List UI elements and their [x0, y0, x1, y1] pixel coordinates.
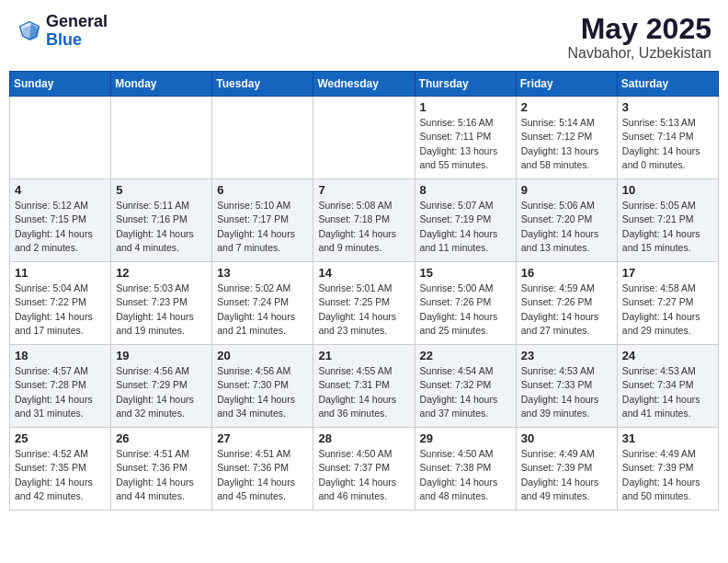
logo: General Blue [17, 13, 108, 50]
calendar-cell: 25Sunrise: 4:52 AM Sunset: 7:35 PM Dayli… [10, 428, 111, 511]
calendar-week-row: 18Sunrise: 4:57 AM Sunset: 7:28 PM Dayli… [10, 345, 719, 428]
calendar-cell: 6Sunrise: 5:10 AM Sunset: 7:17 PM Daylig… [212, 179, 313, 262]
day-number: 13 [217, 266, 308, 280]
col-header-monday: Monday [111, 72, 212, 97]
calendar-cell: 12Sunrise: 5:03 AM Sunset: 7:23 PM Dayli… [111, 262, 212, 345]
day-number: 1 [420, 100, 511, 114]
calendar-cell: 9Sunrise: 5:06 AM Sunset: 7:20 PM Daylig… [516, 179, 617, 262]
day-number: 31 [622, 431, 713, 445]
day-detail: Sunrise: 5:03 AM Sunset: 7:23 PM Dayligh… [116, 282, 207, 338]
calendar-cell: 13Sunrise: 5:02 AM Sunset: 7:24 PM Dayli… [212, 262, 313, 345]
day-number: 26 [116, 431, 207, 445]
day-number: 18 [15, 349, 106, 362]
calendar-cell: 22Sunrise: 4:54 AM Sunset: 7:32 PM Dayli… [415, 345, 516, 428]
day-number: 15 [420, 266, 511, 280]
day-detail: Sunrise: 4:57 AM Sunset: 7:28 PM Dayligh… [15, 364, 106, 420]
day-number: 10 [622, 183, 713, 197]
calendar-cell: 4Sunrise: 5:12 AM Sunset: 7:15 PM Daylig… [10, 179, 111, 262]
day-detail: Sunrise: 4:56 AM Sunset: 7:29 PM Dayligh… [116, 364, 207, 420]
day-number: 8 [420, 183, 511, 197]
logo-icon [17, 18, 42, 44]
day-detail: Sunrise: 5:14 AM Sunset: 7:12 PM Dayligh… [521, 116, 612, 172]
day-detail: Sunrise: 5:06 AM Sunset: 7:20 PM Dayligh… [521, 199, 612, 255]
month-title: May 2025 [567, 13, 711, 45]
day-detail: Sunrise: 4:51 AM Sunset: 7:36 PM Dayligh… [116, 447, 207, 503]
calendar-cell [212, 97, 313, 179]
day-number: 27 [217, 431, 308, 445]
location-title: Navbahor, Uzbekistan [567, 45, 711, 62]
day-number: 12 [116, 266, 207, 280]
day-number: 19 [116, 349, 207, 362]
calendar-cell: 23Sunrise: 4:53 AM Sunset: 7:33 PM Dayli… [516, 345, 617, 428]
col-header-thursday: Thursday [415, 72, 516, 97]
day-detail: Sunrise: 4:52 AM Sunset: 7:35 PM Dayligh… [15, 447, 106, 503]
calendar-cell: 14Sunrise: 5:01 AM Sunset: 7:25 PM Dayli… [313, 262, 415, 345]
calendar-cell: 27Sunrise: 4:51 AM Sunset: 7:36 PM Dayli… [212, 428, 313, 511]
calendar-cell: 30Sunrise: 4:49 AM Sunset: 7:39 PM Dayli… [516, 428, 617, 511]
day-detail: Sunrise: 4:50 AM Sunset: 7:37 PM Dayligh… [318, 447, 409, 503]
day-number: 29 [420, 431, 511, 445]
day-detail: Sunrise: 5:04 AM Sunset: 7:22 PM Dayligh… [15, 282, 106, 338]
calendar-header-row: SundayMondayTuesdayWednesdayThursdayFrid… [10, 72, 719, 97]
day-number: 14 [318, 266, 409, 280]
day-detail: Sunrise: 4:51 AM Sunset: 7:36 PM Dayligh… [217, 447, 308, 503]
day-detail: Sunrise: 5:16 AM Sunset: 7:11 PM Dayligh… [420, 116, 511, 172]
day-detail: Sunrise: 5:10 AM Sunset: 7:17 PM Dayligh… [217, 199, 308, 255]
calendar-cell: 3Sunrise: 5:13 AM Sunset: 7:14 PM Daylig… [617, 97, 718, 179]
day-number: 22 [420, 349, 511, 362]
calendar-cell: 21Sunrise: 4:55 AM Sunset: 7:31 PM Dayli… [313, 345, 415, 428]
calendar-week-row: 11Sunrise: 5:04 AM Sunset: 7:22 PM Dayli… [10, 262, 719, 345]
col-header-wednesday: Wednesday [313, 72, 415, 97]
day-number: 3 [622, 100, 713, 114]
calendar-cell [111, 97, 212, 179]
calendar-cell: 10Sunrise: 5:05 AM Sunset: 7:21 PM Dayli… [617, 179, 718, 262]
logo-general-text: General [46, 13, 108, 31]
calendar-week-row: 1Sunrise: 5:16 AM Sunset: 7:11 PM Daylig… [10, 97, 719, 179]
calendar-cell: 1Sunrise: 5:16 AM Sunset: 7:11 PM Daylig… [415, 97, 516, 179]
day-number: 6 [217, 183, 308, 197]
calendar-cell: 31Sunrise: 4:49 AM Sunset: 7:39 PM Dayli… [617, 428, 718, 511]
col-header-friday: Friday [516, 72, 617, 97]
day-detail: Sunrise: 4:53 AM Sunset: 7:33 PM Dayligh… [521, 364, 612, 420]
calendar-cell: 19Sunrise: 4:56 AM Sunset: 7:29 PM Dayli… [111, 345, 212, 428]
day-number: 11 [15, 266, 106, 280]
col-header-sunday: Sunday [10, 72, 111, 97]
day-number: 24 [622, 349, 713, 362]
day-number: 16 [521, 266, 612, 280]
calendar-cell: 20Sunrise: 4:56 AM Sunset: 7:30 PM Dayli… [212, 345, 313, 428]
day-number: 2 [521, 100, 612, 114]
day-detail: Sunrise: 5:00 AM Sunset: 7:26 PM Dayligh… [420, 282, 511, 338]
calendar-cell: 28Sunrise: 4:50 AM Sunset: 7:37 PM Dayli… [313, 428, 415, 511]
calendar-week-row: 4Sunrise: 5:12 AM Sunset: 7:15 PM Daylig… [10, 179, 719, 262]
calendar-cell: 2Sunrise: 5:14 AM Sunset: 7:12 PM Daylig… [516, 97, 617, 179]
calendar-cell: 17Sunrise: 4:58 AM Sunset: 7:27 PM Dayli… [617, 262, 718, 345]
day-detail: Sunrise: 4:53 AM Sunset: 7:34 PM Dayligh… [622, 364, 713, 420]
day-detail: Sunrise: 5:02 AM Sunset: 7:24 PM Dayligh… [217, 282, 308, 338]
calendar-cell: 18Sunrise: 4:57 AM Sunset: 7:28 PM Dayli… [10, 345, 111, 428]
day-detail: Sunrise: 4:58 AM Sunset: 7:27 PM Dayligh… [622, 282, 713, 338]
calendar-cell: 5Sunrise: 5:11 AM Sunset: 7:16 PM Daylig… [111, 179, 212, 262]
calendar-cell: 15Sunrise: 5:00 AM Sunset: 7:26 PM Dayli… [415, 262, 516, 345]
day-number: 5 [116, 183, 207, 197]
day-number: 7 [318, 183, 409, 197]
calendar-cell: 26Sunrise: 4:51 AM Sunset: 7:36 PM Dayli… [111, 428, 212, 511]
page-header: General Blue May 2025 Navbahor, Uzbekist… [9, 9, 719, 65]
day-number: 28 [318, 431, 409, 445]
logo-blue-text: Blue [46, 31, 108, 50]
day-detail: Sunrise: 4:50 AM Sunset: 7:38 PM Dayligh… [420, 447, 511, 503]
day-detail: Sunrise: 5:12 AM Sunset: 7:15 PM Dayligh… [15, 199, 106, 255]
day-number: 4 [15, 183, 106, 197]
day-number: 9 [521, 183, 612, 197]
day-number: 17 [622, 266, 713, 280]
calendar-cell: 7Sunrise: 5:08 AM Sunset: 7:18 PM Daylig… [313, 179, 415, 262]
logo-text: General Blue [46, 13, 108, 50]
day-detail: Sunrise: 4:59 AM Sunset: 7:26 PM Dayligh… [521, 282, 612, 338]
day-detail: Sunrise: 4:54 AM Sunset: 7:32 PM Dayligh… [420, 364, 511, 420]
day-detail: Sunrise: 4:56 AM Sunset: 7:30 PM Dayligh… [217, 364, 308, 420]
day-detail: Sunrise: 5:11 AM Sunset: 7:16 PM Dayligh… [116, 199, 207, 255]
calendar-cell [313, 97, 415, 179]
calendar-week-row: 25Sunrise: 4:52 AM Sunset: 7:35 PM Dayli… [10, 428, 719, 511]
day-number: 25 [15, 431, 106, 445]
calendar-cell [10, 97, 111, 179]
day-detail: Sunrise: 4:55 AM Sunset: 7:31 PM Dayligh… [318, 364, 409, 420]
